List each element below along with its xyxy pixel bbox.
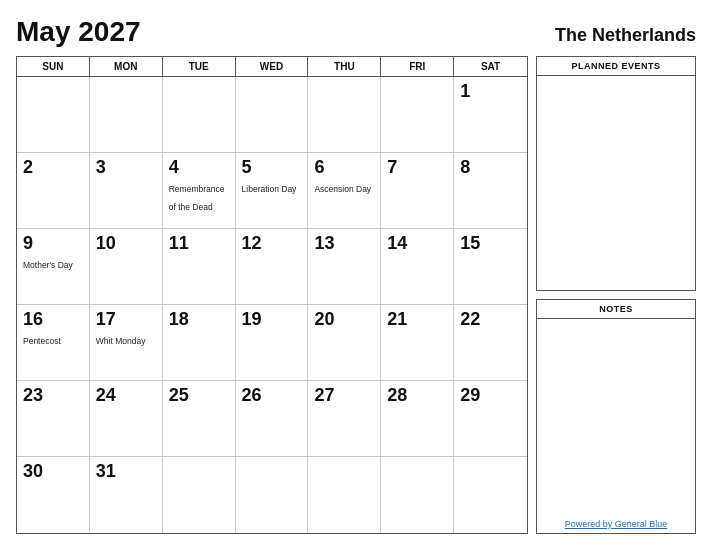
calendar-cell [236,457,309,533]
month-year-title: May 2027 [16,16,141,48]
calendar-cell: 30 [17,457,90,533]
calendar-cell: 26 [236,381,309,457]
cell-day-number: 6 [314,157,374,178]
calendar-cell: 27 [308,381,381,457]
notes-content [537,319,695,515]
calendar-cell: 3 [90,153,163,229]
day-header-thu: THU [308,57,381,76]
main-content: SUNMONTUEWEDTHUFRISAT 1234Remembrance of… [16,56,696,534]
calendar-cell: 10 [90,229,163,305]
country-title: The Netherlands [555,25,696,46]
sidebar: PLANNED EVENTS NOTES Powered by General … [536,56,696,534]
day-header-sat: SAT [454,57,527,76]
calendar-cell: 6Ascension Day [308,153,381,229]
cell-day-number: 1 [460,81,521,102]
calendar-section: SUNMONTUEWEDTHUFRISAT 1234Remembrance of… [16,56,528,534]
calendar-cell: 17Whit Monday [90,305,163,381]
calendar-cell: 12 [236,229,309,305]
cell-day-number: 15 [460,233,521,254]
cell-day-number: 28 [387,385,447,406]
calendar-cell [381,77,454,153]
cell-day-number: 14 [387,233,447,254]
calendar-cell: 7 [381,153,454,229]
calendar-cell: 18 [163,305,236,381]
calendar-cell: 22 [454,305,527,381]
cell-day-number: 19 [242,309,302,330]
cell-day-number: 22 [460,309,521,330]
calendar-cell [308,457,381,533]
calendar-cell: 9Mother's Day [17,229,90,305]
cell-event-label: Liberation Day [242,184,297,194]
calendar-cell: 16Pentecost [17,305,90,381]
calendar-cell [236,77,309,153]
cell-day-number: 18 [169,309,229,330]
cell-day-number: 8 [460,157,521,178]
cell-day-number: 30 [23,461,83,482]
day-header-wed: WED [236,57,309,76]
cell-day-number: 2 [23,157,83,178]
calendar-cell: 8 [454,153,527,229]
cell-day-number: 10 [96,233,156,254]
calendar-cell: 28 [381,381,454,457]
calendar-cell: 5Liberation Day [236,153,309,229]
cell-day-number: 24 [96,385,156,406]
calendar-cell: 24 [90,381,163,457]
planned-events-content [537,76,695,290]
cell-day-number: 4 [169,157,229,178]
planned-events-header: PLANNED EVENTS [537,57,695,76]
calendar-cell [454,457,527,533]
calendar-cell [17,77,90,153]
calendar-cell [308,77,381,153]
day-headers: SUNMONTUEWEDTHUFRISAT [17,57,527,77]
cell-day-number: 9 [23,233,83,254]
calendar-cell: 15 [454,229,527,305]
header: May 2027 The Netherlands [16,16,696,48]
calendar-cell [381,457,454,533]
cell-day-number: 7 [387,157,447,178]
cell-day-number: 23 [23,385,83,406]
cell-day-number: 17 [96,309,156,330]
cell-day-number: 3 [96,157,156,178]
cell-event-label: Whit Monday [96,336,146,346]
calendar-cell [163,457,236,533]
cell-day-number: 11 [169,233,229,254]
calendar-cell: 13 [308,229,381,305]
calendar-cell: 23 [17,381,90,457]
calendar-cell: 31 [90,457,163,533]
cell-day-number: 31 [96,461,156,482]
cell-day-number: 20 [314,309,374,330]
cell-event-label: Mother's Day [23,260,73,270]
planned-events-box: PLANNED EVENTS [536,56,696,291]
cell-day-number: 21 [387,309,447,330]
cell-event-label: Pentecost [23,336,61,346]
cell-event-label: Ascension Day [314,184,371,194]
cell-day-number: 29 [460,385,521,406]
calendar-cell [90,77,163,153]
calendar-cell: 19 [236,305,309,381]
powered-by: Powered by General Blue [537,515,695,533]
calendar-cell: 4Remembrance of the Dead [163,153,236,229]
calendar-grid: 1234Remembrance of the Dead5Liberation D… [17,77,527,533]
cell-day-number: 27 [314,385,374,406]
day-header-fri: FRI [381,57,454,76]
calendar-cell: 2 [17,153,90,229]
cell-day-number: 5 [242,157,302,178]
calendar-cell: 29 [454,381,527,457]
cell-day-number: 25 [169,385,229,406]
cell-day-number: 13 [314,233,374,254]
cell-event-label: Remembrance of the Dead [169,184,225,212]
calendar-cell: 20 [308,305,381,381]
day-header-mon: MON [90,57,163,76]
calendar-cell: 11 [163,229,236,305]
notes-header: NOTES [537,300,695,319]
calendar-cell: 14 [381,229,454,305]
calendar-cell [163,77,236,153]
calendar-cell: 21 [381,305,454,381]
powered-by-link[interactable]: Powered by General Blue [565,519,668,529]
notes-box: NOTES Powered by General Blue [536,299,696,534]
calendar-page: May 2027 The Netherlands SUNMONTUEWEDTHU… [0,0,712,550]
calendar-cell: 1 [454,77,527,153]
cell-day-number: 26 [242,385,302,406]
cell-day-number: 16 [23,309,83,330]
calendar-cell: 25 [163,381,236,457]
